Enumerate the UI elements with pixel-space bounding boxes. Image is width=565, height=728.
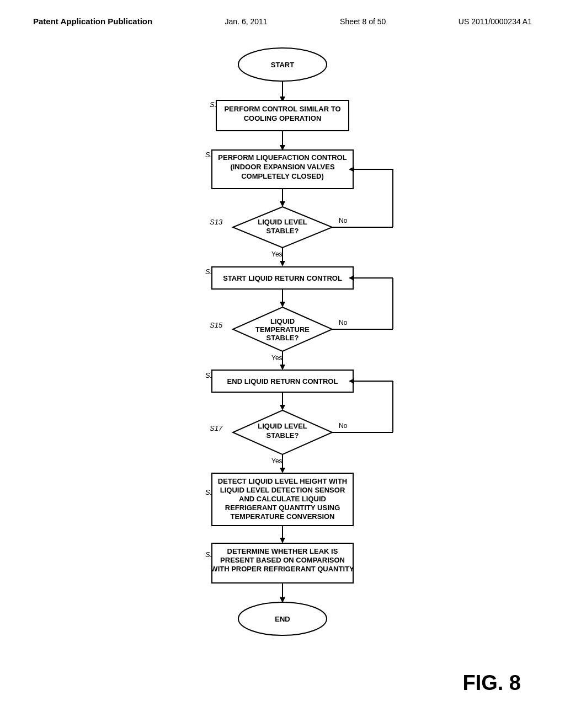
svg-marker-35 — [280, 468, 285, 473]
s14-text: START LIQUID RETURN CONTROL — [223, 274, 342, 282]
fig-label: FIG. 8 — [462, 671, 521, 695]
svg-marker-18 — [280, 302, 285, 307]
s13-line1: LIQUID LEVEL — [258, 218, 307, 226]
page-header: Patent Application Publication Jan. 6, 2… — [0, 0, 565, 31]
s19-line2: PRESENT BASED ON COMPARISON — [220, 556, 345, 564]
s17-yes: Yes — [271, 457, 282, 465]
svg-marker-25 — [280, 365, 285, 370]
s15-yes: Yes — [271, 354, 282, 362]
sheet-label: Sheet 8 of 50 — [340, 17, 386, 26]
s18-line3: AND CALCULATE LIQUID — [239, 495, 326, 503]
svg-marker-38 — [280, 538, 285, 543]
s18-line4: REFRIGERANT QUANTITY USING — [225, 504, 340, 512]
flowchart-container: text { font-family: Arial, sans-serif; f… — [0, 31, 565, 704]
svg-marker-15 — [280, 261, 285, 266]
s15-line2: TEMPERATURE — [255, 325, 310, 334]
s12-line2: (INDOOR EXPANSION VALVES — [230, 163, 335, 171]
end-label: END — [275, 615, 290, 623]
s12-line1: PERFORM LIQUEFACTION CONTROL — [218, 153, 347, 162]
s19-line3: WITH PROPER REFRIGERANT QUANTITY — [211, 565, 354, 573]
s16-text: END LIQUID RETURN CONTROL — [227, 377, 338, 386]
flowchart-svg: text { font-family: Arial, sans-serif; f… — [84, 37, 481, 699]
s18-line2: LIQUID LEVEL DETECTION SENSOR — [220, 486, 345, 494]
start-label: START — [271, 61, 294, 69]
s13-line2: STABLE? — [266, 227, 299, 235]
s13-no: No — [339, 217, 348, 224]
s12-line3: COMPLETELY CLOSED) — [241, 172, 324, 180]
s17-line1: LIQUID LEVEL — [258, 422, 307, 430]
s15-no: No — [339, 319, 348, 326]
s13-label: S13 — [210, 218, 223, 226]
date-label: Jan. 6, 2011 — [225, 17, 268, 26]
s17-label: S17 — [210, 424, 223, 432]
patent-number: US 2011/0000234 A1 — [459, 17, 532, 26]
publication-label: Patent Application Publication — [33, 17, 152, 26]
s11-line1: PERFORM CONTROL SIMILAR TO — [224, 105, 340, 113]
s17-line2: STABLE? — [266, 431, 299, 440]
s18-line1: DETECT LIQUID LEVEL HEIGHT WITH — [218, 477, 347, 485]
svg-marker-8 — [280, 201, 285, 207]
s11-line2: COOLING OPERATION — [244, 114, 322, 122]
s18-line5: TEMPERATURE CONVERSION — [231, 512, 335, 521]
s15-line3: STABLE? — [266, 334, 299, 342]
svg-marker-28 — [280, 405, 285, 410]
s13-yes: Yes — [271, 250, 282, 258]
s19-line1: DETERMINE WHETHER LEAK IS — [227, 547, 338, 555]
s15-line1: LIQUID — [270, 317, 295, 325]
s17-no: No — [339, 422, 348, 430]
s15-label: S15 — [210, 321, 223, 329]
